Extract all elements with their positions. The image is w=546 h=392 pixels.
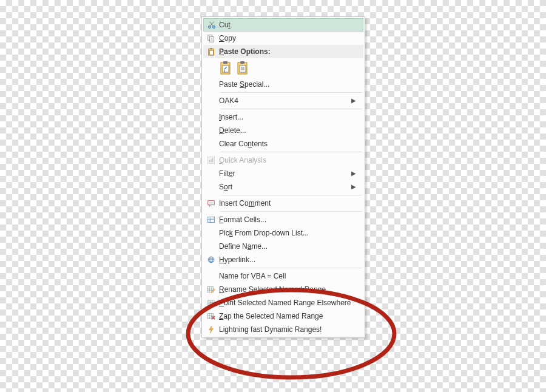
menu-item-dynamic-ranges[interactable]: Lightning fast Dynamic Ranges!: [203, 323, 363, 336]
menu-item-name-for-vba[interactable]: Name for VBA = Cell: [203, 269, 363, 283]
paste-option-default-icon[interactable]: [219, 61, 232, 75]
menu-label: Zap the Selected Named Range: [219, 309, 356, 323]
menu-label: Delete...: [219, 124, 356, 137]
menu-label: Insert...: [219, 110, 356, 124]
comment-icon: [203, 199, 219, 208]
svg-rect-25: [212, 158, 214, 163]
menu-item-copy[interactable]: Copy: [203, 32, 363, 45]
paste-options-row: [203, 58, 363, 78]
menu-item-oak4[interactable]: OAK4 ▶: [203, 94, 363, 107]
menu-item-zap-range[interactable]: Zap the Selected Named Range: [203, 309, 363, 323]
menu-label: Rename Selected Named Range: [219, 283, 356, 296]
menu-label: Lightning fast Dynamic Ranges!: [219, 323, 356, 336]
svg-rect-32: [208, 217, 211, 220]
menu-item-cut[interactable]: Cut: [203, 18, 363, 32]
grid-icon: [203, 299, 219, 307]
menu-item-insert-comment[interactable]: Insert Comment: [203, 197, 363, 210]
menu-item-sort[interactable]: Sort ▶: [203, 180, 363, 194]
separator: [220, 195, 362, 195]
menu-label: Insert Comment: [219, 197, 356, 210]
grid-pencil-icon: [203, 285, 219, 294]
menu-item-point-range[interactable]: Point Selected Named Range Elsewhere: [203, 296, 363, 309]
submenu-arrow-icon: ▶: [350, 94, 356, 107]
menu-item-insert[interactable]: Insert...: [203, 110, 363, 124]
svg-point-0: [208, 26, 211, 29]
menu-label: Paste Options:: [219, 45, 356, 58]
menu-item-pick-from-list[interactable]: Pick From Drop-down List...: [203, 226, 363, 240]
separator: [220, 92, 362, 93]
menu-label: Paste Special...: [219, 78, 356, 91]
menu-item-define-name[interactable]: Define Name...: [203, 240, 363, 253]
menu-label: OAK4: [219, 94, 350, 107]
menu-label: Quick Analysis: [219, 154, 356, 167]
svg-point-1: [212, 26, 215, 29]
menu-item-hyperlink[interactable]: Hyperlink...: [203, 253, 363, 266]
menu-label: Copy: [219, 32, 356, 45]
hyperlink-icon: [203, 255, 219, 264]
menu-label: Sort: [219, 180, 350, 194]
svg-point-15: [224, 70, 225, 72]
menu-item-paste-options: Paste Options:: [203, 45, 363, 58]
menu-label: Define Name...: [219, 240, 356, 253]
menu-label: Format Cells...: [219, 213, 356, 226]
context-menu: Cut Copy Paste Options:: [201, 16, 365, 338]
menu-label: Pick From Drop-down List...: [219, 226, 356, 240]
submenu-arrow-icon: ▶: [350, 167, 356, 180]
svg-rect-10: [210, 48, 212, 50]
menu-label: Name for VBA = Cell: [219, 269, 356, 283]
paste-option-values-icon[interactable]: [236, 61, 249, 75]
menu-item-filter[interactable]: Filter ▶: [203, 167, 363, 180]
quick-analysis-icon: [203, 156, 219, 164]
menu-item-quick-analysis: Quick Analysis: [203, 154, 363, 167]
svg-line-3: [209, 22, 213, 26]
menu-item-format-cells[interactable]: Format Cells...: [203, 213, 363, 226]
menu-item-paste-special[interactable]: Paste Special...: [203, 78, 363, 91]
separator: [220, 152, 362, 152]
menu-label: Filter: [219, 167, 350, 180]
svg-rect-11: [209, 50, 213, 55]
separator: [220, 268, 362, 268]
menu-label: Point Selected Named Range Elsewhere: [219, 296, 356, 309]
separator: [220, 211, 362, 212]
copy-icon: [203, 34, 219, 42]
grid-delete-icon: [203, 312, 219, 320]
svg-line-2: [210, 22, 214, 26]
cut-icon: [204, 21, 219, 29]
menu-item-rename-range[interactable]: Rename Selected Named Range: [203, 283, 363, 296]
svg-rect-26: [208, 201, 215, 205]
menu-item-clear-contents[interactable]: Clear Contents: [203, 137, 363, 150]
paste-icon: [203, 47, 219, 56]
svg-rect-43: [208, 300, 215, 306]
separator: [220, 109, 362, 109]
menu-label: Clear Contents: [219, 137, 356, 150]
svg-rect-13: [223, 61, 228, 64]
format-cells-icon: [203, 215, 219, 224]
lightning-icon: [203, 325, 219, 334]
submenu-arrow-icon: ▶: [350, 180, 356, 194]
svg-rect-14: [223, 66, 229, 72]
svg-rect-23: [209, 160, 211, 163]
svg-rect-17: [240, 61, 244, 64]
menu-label: Hyperlink...: [219, 253, 356, 266]
menu-label: Cut: [219, 19, 356, 31]
svg-rect-24: [211, 159, 212, 162]
menu-item-delete[interactable]: Delete...: [203, 124, 363, 137]
